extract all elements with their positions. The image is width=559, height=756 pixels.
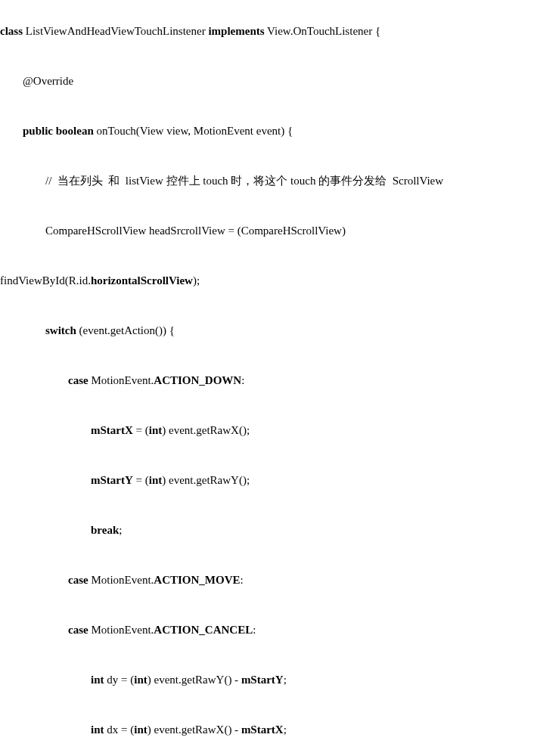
code-line: mStartY = (int) event.getRawY(); [0,472,559,488]
code-line: findViewById(R.id.horizontalScrollView); [0,273,559,289]
code-line: break; [0,522,559,538]
code-line: CompareHScrollView headSrcrollView = (Co… [0,223,559,239]
code-line: case MotionEvent.ACTION_DOWN: [0,373,559,389]
code-line: // 当在列头 和 listView 控件上 touch 时，将这个 touch… [0,173,559,189]
code-line: @Override [0,73,559,89]
code-line: class ListViewAndHeadViewTouchLinstener … [0,23,559,39]
code-line: int dx = (int) event.getRawX() - mStartX… [0,722,559,738]
code-line: switch (event.getAction()) { [0,323,559,339]
code-document: class ListViewAndHeadViewTouchLinstener … [0,8,559,756]
code-line: public boolean onTouch(View view, Motion… [0,123,559,139]
code-line: case MotionEvent.ACTION_MOVE: [0,572,559,588]
code-line: case MotionEvent.ACTION_CANCEL: [0,622,559,638]
code-line: mStartX = (int) event.getRawX(); [0,423,559,438]
code-line: int dy = (int) event.getRawY() - mStartY… [0,672,559,688]
